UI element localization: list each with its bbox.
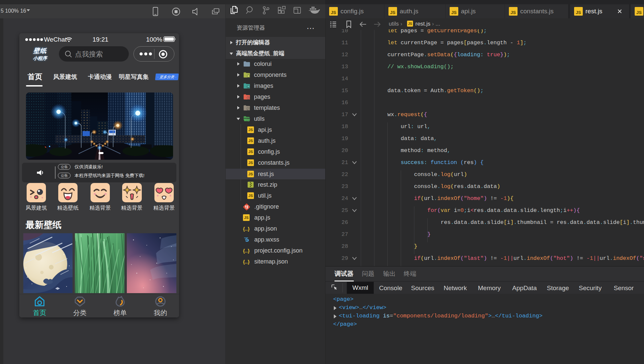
- svg-text:{..}: {..}: [243, 248, 250, 254]
- svg-text:{..}: {..}: [243, 226, 250, 232]
- svg-text:{..}: {..}: [243, 259, 250, 265]
